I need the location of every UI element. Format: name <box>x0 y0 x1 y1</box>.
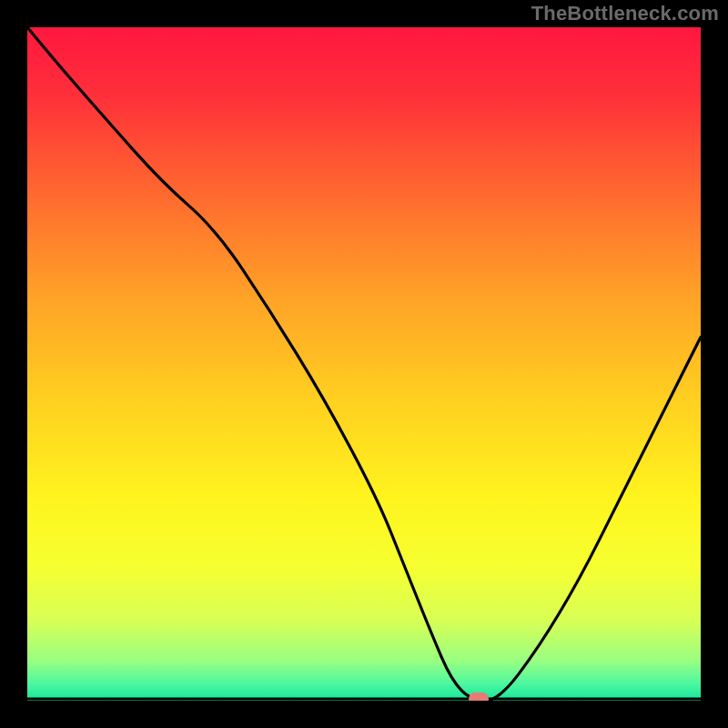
plot-area <box>27 27 701 701</box>
bottleneck-curve <box>27 27 701 701</box>
chart-frame: TheBottleneck.com <box>0 0 728 728</box>
optimal-point-marker <box>469 693 489 701</box>
attribution-text: TheBottleneck.com <box>531 2 719 25</box>
